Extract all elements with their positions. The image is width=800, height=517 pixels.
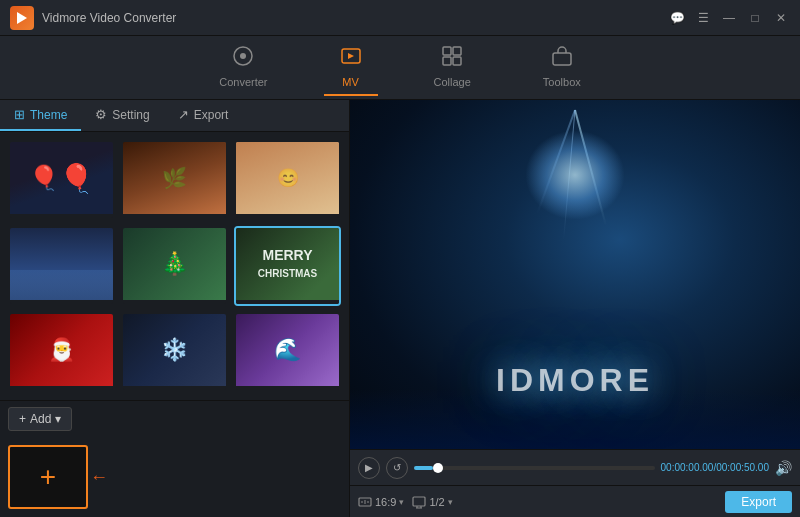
theme-thumbnail-snowy-night: ❄️ xyxy=(123,314,226,386)
maximize-icon[interactable]: □ xyxy=(746,9,764,27)
svg-rect-8 xyxy=(553,53,571,65)
theme-label-chic: Chic xyxy=(10,214,113,220)
theme-label-christmas-eve: Christmas Eve xyxy=(123,300,226,306)
subtab-setting-label: Setting xyxy=(112,108,149,122)
subtab-theme[interactable]: ⊞ Theme xyxy=(0,100,81,131)
video-controls: ▶ ↺ 00:00:00.00/00:00:50.00 🔊 xyxy=(350,449,800,485)
toolbox-icon xyxy=(551,45,573,72)
theme-item-stripes-waves[interactable]: 🌊 Stripes & Waves xyxy=(234,312,341,392)
sub-tabs: ⊞ Theme ⚙ Setting ↗ Export xyxy=(0,100,349,132)
theme-label-neat: Neat xyxy=(123,214,226,220)
theme-label-snowy-night: Snowy Night xyxy=(123,386,226,392)
svg-marker-0 xyxy=(17,12,27,24)
setting-gear-icon: ⚙ xyxy=(95,107,107,122)
nav-tabs: Converter MV Collage Toolb xyxy=(0,36,800,100)
theme-thumbnail-simple xyxy=(10,228,113,300)
theme-grid-icon: ⊞ xyxy=(14,107,25,122)
export-arrow-icon: ↗ xyxy=(178,107,189,122)
tab-toolbox[interactable]: Toolbox xyxy=(527,39,597,96)
theme-item-chic[interactable]: 🎈 Chic xyxy=(8,140,115,220)
filmstrip-add-item[interactable]: + xyxy=(8,445,88,509)
left-panel: ⊞ Theme ⚙ Setting ↗ Export 🎈 Chic xyxy=(0,100,350,517)
play-button[interactable]: ▶ xyxy=(358,457,380,479)
theme-item-snowy-night[interactable]: ❄️ Snowy Night xyxy=(121,312,228,392)
screen-select[interactable]: 1/2 ▾ xyxy=(412,495,452,509)
screen-chevron-icon: ▾ xyxy=(448,497,453,507)
svg-rect-4 xyxy=(443,47,451,55)
mv-icon xyxy=(340,45,362,72)
theme-item-christmas-eve[interactable]: 🎄 Christmas Eve xyxy=(121,226,228,306)
close-icon[interactable]: ✕ xyxy=(772,9,790,27)
toolbox-label: Toolbox xyxy=(543,76,581,88)
subtab-setting[interactable]: ⚙ Setting xyxy=(81,100,163,131)
subtab-theme-label: Theme xyxy=(30,108,67,122)
screen-value: 1/2 xyxy=(429,496,444,508)
mv-label: MV xyxy=(342,76,359,88)
left-bottom: + Add ▾ xyxy=(0,400,349,437)
window-controls: 💬 ☰ — □ ✕ xyxy=(668,9,790,27)
add-chevron-icon: ▾ xyxy=(55,412,61,426)
aspect-ratio-select[interactable]: 16:9 ▾ xyxy=(358,495,404,509)
collage-label: Collage xyxy=(434,76,471,88)
ratio-chevron-icon: ▾ xyxy=(399,497,404,507)
svg-rect-7 xyxy=(453,57,461,65)
theme-label-happy: Happy xyxy=(236,214,339,220)
filmstrip: + ← xyxy=(0,437,349,517)
theme-label-merry-christmas: Merry Christmas xyxy=(236,300,339,306)
add-label: Add xyxy=(30,412,51,426)
subtab-export-label: Export xyxy=(194,108,229,122)
app-logo xyxy=(10,6,34,30)
app-title: Vidmore Video Converter xyxy=(42,11,668,25)
theme-thumbnail-chic: 🎈 xyxy=(10,142,113,214)
tab-converter[interactable]: Converter xyxy=(203,39,283,96)
add-button[interactable]: + Add ▾ xyxy=(8,407,72,431)
theme-label-stripes-waves: Stripes & Waves xyxy=(236,386,339,392)
filmstrip-plus-icon: + xyxy=(40,461,56,493)
screen-icon xyxy=(412,495,426,509)
tab-collage[interactable]: Collage xyxy=(418,39,487,96)
loop-button[interactable]: ↺ xyxy=(386,457,408,479)
video-preview: IDMORE xyxy=(350,100,800,449)
theme-thumbnail-stripes-waves: 🌊 xyxy=(236,314,339,386)
chat-icon[interactable]: 💬 xyxy=(668,9,686,27)
svg-rect-5 xyxy=(453,47,461,55)
bottom-controls: 16:9 ▾ 1/2 ▾ Export xyxy=(350,485,800,517)
theme-thumbnail-christmas-eve: 🎄 xyxy=(123,228,226,300)
subtab-export[interactable]: ↗ Export xyxy=(164,100,243,131)
theme-thumbnail-merry-christmas: MERRYCHRISTMAS xyxy=(236,228,339,300)
svg-rect-6 xyxy=(443,57,451,65)
progress-fill xyxy=(414,466,433,470)
collage-icon xyxy=(441,45,463,72)
theme-item-happy[interactable]: 😊 Happy xyxy=(234,140,341,220)
ratio-value: 16:9 xyxy=(375,496,396,508)
ratio-icon xyxy=(358,495,372,509)
theme-item-merry-christmas[interactable]: MERRYCHRISTMAS Merry Christmas xyxy=(234,226,341,306)
arrow-indicator: ← xyxy=(90,467,108,488)
titlebar: Vidmore Video Converter 💬 ☰ — □ ✕ xyxy=(0,0,800,36)
export-button[interactable]: Export xyxy=(725,491,792,513)
right-panel: IDMORE ▶ ↺ 00:00:00.00/00:00:50.00 🔊 16:… xyxy=(350,100,800,517)
converter-label: Converter xyxy=(219,76,267,88)
volume-icon[interactable]: 🔊 xyxy=(775,460,792,476)
theme-thumbnail-neat: 🌿 xyxy=(123,142,226,214)
tab-mv[interactable]: MV xyxy=(324,39,378,96)
preview-watermark: IDMORE xyxy=(496,362,654,399)
theme-thumbnail-happy: 😊 xyxy=(236,142,339,214)
theme-thumbnail-santa-claus: 🎅 xyxy=(10,314,113,386)
menu-icon[interactable]: ☰ xyxy=(694,9,712,27)
svg-rect-10 xyxy=(413,497,425,506)
time-display: 00:00:00.00/00:00:50.00 xyxy=(661,462,769,473)
add-plus-icon: + xyxy=(19,412,26,426)
theme-label-santa-claus: Santa Claus xyxy=(10,386,113,392)
minimize-icon[interactable]: — xyxy=(720,9,738,27)
progress-dot xyxy=(433,463,443,473)
theme-item-neat[interactable]: 🌿 Neat xyxy=(121,140,228,220)
svg-point-2 xyxy=(240,53,246,59)
theme-item-simple[interactable]: Simple xyxy=(8,226,115,306)
theme-item-santa-claus[interactable]: 🎅 Santa Claus xyxy=(8,312,115,392)
theme-label-simple: Simple xyxy=(10,300,113,306)
theme-grid: 🎈 Chic 🌿 Neat 😊 Happy xyxy=(0,132,349,400)
preview-glow-area xyxy=(465,110,685,290)
progress-bar[interactable] xyxy=(414,466,655,470)
main-content: ⊞ Theme ⚙ Setting ↗ Export 🎈 Chic xyxy=(0,100,800,517)
